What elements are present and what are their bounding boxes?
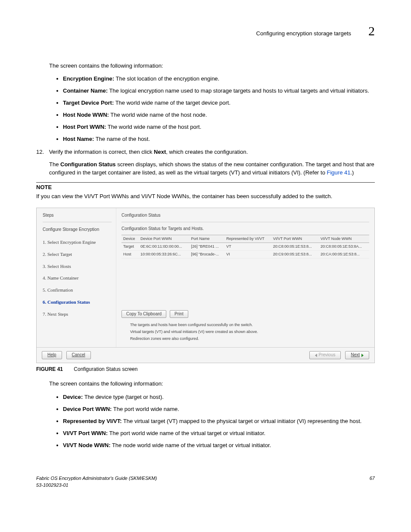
desc: The virtual target (VT) mapped to the ph… bbox=[122, 418, 362, 424]
bullet-list-2: Device: The device type (target or host)… bbox=[49, 392, 375, 449]
wizard-content-panel: Configuration Status Configuration Statu… bbox=[116, 208, 374, 348]
list-item: Host Port WWN: The world wide name of th… bbox=[63, 122, 375, 131]
label: Cancel bbox=[72, 352, 85, 358]
doc-number: 53-1002923-01 bbox=[36, 482, 157, 489]
header-title: Configuring encryption storage targets bbox=[256, 30, 351, 38]
note-rule bbox=[36, 182, 375, 183]
status-table: Device Device Port WWN Port Name Represe… bbox=[121, 235, 369, 258]
desc: The world wide name of the host port. bbox=[106, 124, 201, 130]
cell: Host bbox=[121, 250, 139, 258]
list-item: Host Name: The name of the host. bbox=[63, 134, 375, 143]
page-footer: Fabric OS Encryption Administrator's Gui… bbox=[36, 475, 375, 489]
col-device: Device bbox=[121, 235, 139, 243]
term: Represented by VI/VT: bbox=[63, 418, 122, 424]
intro-para-2: The screen contains the following inform… bbox=[49, 380, 375, 388]
wizard-step[interactable]: 7. Next Steps bbox=[43, 311, 112, 318]
term: Host Port WWN: bbox=[63, 124, 106, 130]
page-header: Configuring encryption storage targets 2 bbox=[36, 22, 375, 40]
table-row[interactable]: Target 0E:6C:00:11:0D:00:00... [26] "BRE… bbox=[121, 243, 369, 250]
cell: 20:C8:00:05:1E:53:8A... bbox=[319, 243, 369, 250]
panel-title: Configuration Status bbox=[121, 212, 369, 219]
chapter-number: 2 bbox=[368, 22, 375, 40]
page-number: 67 bbox=[370, 475, 375, 489]
cancel-button[interactable]: Cancel bbox=[66, 351, 91, 359]
term: Device Port WWN: bbox=[63, 406, 112, 412]
wizard-step[interactable]: 4. Name Container bbox=[43, 275, 112, 282]
desc: The world wide name of the host node. bbox=[109, 112, 207, 118]
term: Container Name: bbox=[63, 87, 108, 94]
figure-caption: FIGURE 41 Configuration Status screen bbox=[36, 366, 375, 373]
term: Encryption Engine: bbox=[63, 75, 114, 82]
desc: The device type (target or host). bbox=[83, 394, 164, 400]
config-status-para: The Configuration Status screen displays… bbox=[49, 161, 375, 177]
cell: VT bbox=[224, 243, 271, 250]
list-item: Device Port WWN: The port world wide nam… bbox=[63, 404, 375, 414]
list-item: Host Node WWN: The world wide name of th… bbox=[63, 110, 375, 119]
term: Host Node WWN: bbox=[63, 112, 109, 118]
col-represented: Represented by VI/VT bbox=[224, 235, 271, 243]
list-item: Target Device Port: The world wide name … bbox=[63, 98, 375, 107]
steps-header: Steps bbox=[43, 212, 112, 219]
term: VI/VT Node WWN: bbox=[63, 442, 111, 448]
desc: The port world wide name. bbox=[112, 406, 179, 412]
step-text-a: Verify the information is correct, then … bbox=[49, 149, 154, 155]
wizard-step[interactable]: 3. Select Hosts bbox=[43, 263, 112, 270]
term: Target Device Port: bbox=[63, 100, 114, 106]
help-button[interactable]: Help bbox=[42, 351, 62, 359]
wizard-step[interactable]: 5. Confirmation bbox=[43, 287, 112, 294]
list-item: Represented by VI/VT: The virtual target… bbox=[63, 417, 375, 426]
wizard-step[interactable]: 2. Select Target bbox=[43, 251, 112, 258]
desc: The world wide name of the target device… bbox=[114, 100, 230, 106]
table-row[interactable]: Host 10:00:00:05:33:26:6C... [96] "Broca… bbox=[121, 250, 369, 258]
wizard-screenshot: Steps Configure Storage Encryption 1. Se… bbox=[36, 208, 375, 363]
desc: The node world wide name of the virtual … bbox=[111, 442, 271, 448]
t: The bbox=[49, 161, 60, 168]
print-button[interactable]: Print bbox=[170, 310, 188, 318]
col-device-port-wwn: Device Port WWN bbox=[139, 235, 190, 243]
cell: 20:CA:00:05:1E:53:8... bbox=[319, 250, 369, 258]
col-vivt-node: VI/VT Node WWN bbox=[319, 235, 369, 243]
term: Host Name: bbox=[63, 136, 94, 142]
cell: 0E:6C:00:11:0D:00:00... bbox=[139, 243, 190, 250]
cell: 20:C8:00:05:1E:53:8... bbox=[271, 243, 319, 250]
desc: The logical encryption name used to map … bbox=[108, 87, 369, 94]
wizard-steps-panel: Steps Configure Storage Encryption 1. Se… bbox=[37, 208, 116, 348]
list-item: Encryption Engine: The slot location of … bbox=[63, 74, 375, 83]
cell: Target bbox=[121, 243, 139, 250]
chevron-right-icon bbox=[361, 354, 364, 357]
step-text-bold: Next bbox=[154, 149, 166, 155]
status-message: Redirection zones were also configured. bbox=[121, 336, 369, 342]
note-text: If you can view the VI/VT Port WWNs and … bbox=[36, 193, 375, 201]
chevron-left-icon bbox=[315, 354, 317, 357]
wizard-step[interactable]: 1. Select Encryption Engine bbox=[43, 239, 112, 246]
wizard-footer: Help Cancel Previous Next bbox=[37, 347, 374, 363]
footer-left: Fabric OS Encryption Administrator's Gui… bbox=[36, 475, 157, 489]
desc: The name of the host. bbox=[94, 136, 150, 142]
intro-para-1: The screen contains the following inform… bbox=[49, 62, 375, 70]
figure-link[interactable]: Figure 41 bbox=[327, 169, 351, 176]
cell: 10:00:00:05:33:26:6C... bbox=[139, 250, 190, 258]
list-item: Container Name: The logical encryption n… bbox=[63, 86, 375, 95]
wizard-title: Configure Storage Encryption bbox=[43, 227, 112, 233]
list-item: Device: The device type (target or host)… bbox=[63, 392, 375, 401]
panel-subtitle: Configuration Status for Targets and Hos… bbox=[121, 226, 369, 232]
next-button[interactable]: Next bbox=[345, 351, 369, 359]
label: Help bbox=[47, 352, 56, 358]
step-12: 12. Verify the information is correct, t… bbox=[36, 148, 375, 156]
cell: [96] "Brocade-... bbox=[189, 250, 224, 258]
list-item: VI/VT Port WWN: The port world wide name… bbox=[63, 429, 375, 438]
label: Previous bbox=[319, 352, 336, 358]
figure-caption-text: Configuration Status screen bbox=[74, 366, 137, 372]
desc: The port world wide name of the virtual … bbox=[108, 430, 265, 436]
desc: The slot location of the encryption engi… bbox=[114, 75, 219, 82]
copy-to-clipboard-button[interactable]: Copy To Clipboard bbox=[121, 310, 166, 318]
previous-button: Previous bbox=[309, 351, 341, 359]
t: .) bbox=[350, 169, 354, 176]
status-message: The targets and hosts have been configur… bbox=[121, 322, 369, 328]
wizard-step-active[interactable]: 6. Configuration Status bbox=[43, 299, 112, 306]
t: Configuration Status bbox=[60, 161, 116, 168]
list-item: VI/VT Node WWN: The node world wide name… bbox=[63, 441, 375, 450]
step-number: 12. bbox=[36, 148, 47, 156]
cell: VI bbox=[224, 250, 271, 258]
status-message: Virtual targets (VT) and virtual initiat… bbox=[121, 329, 369, 335]
